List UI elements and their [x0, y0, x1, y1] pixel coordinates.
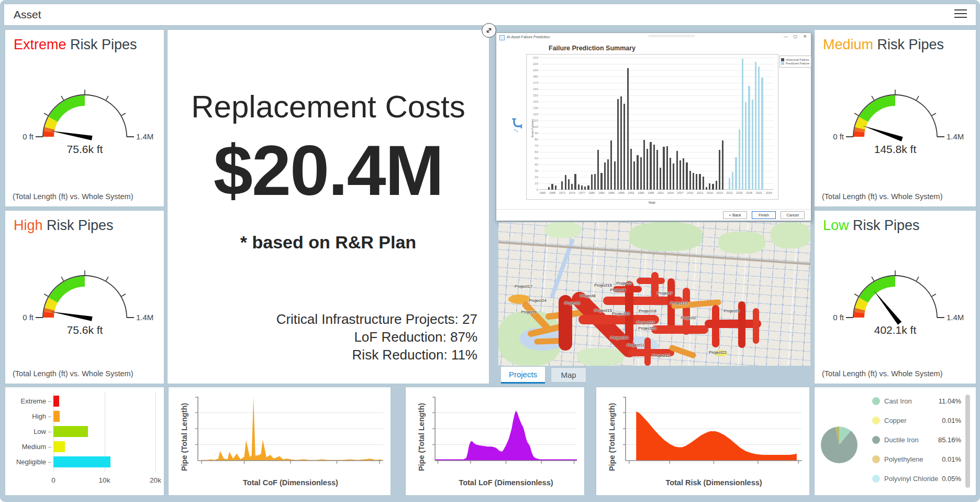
risk-level-word: Low	[823, 217, 849, 233]
high-risk-gauge: 0 ft1.4M ft75.6k ft	[14, 256, 155, 342]
maximize-icon[interactable]: ▢	[794, 34, 798, 39]
replacement-costs-content: Replacement Costs $20.4M * based on R&R …	[168, 30, 489, 253]
drag-handle	[648, 35, 695, 37]
legend-value: 0.01%	[942, 417, 961, 424]
medium-risk-gauge: 0 ft1.4M ft145.8k ft	[825, 75, 966, 161]
replacement-costs-panel: Replacement Costs $20.4M * based on R&R …	[168, 30, 489, 384]
legend-value: 11.04%	[939, 397, 961, 405]
risk-level-word: Extreme	[14, 37, 66, 52]
window-titlebar[interactable]: AI Asset Failure Prediction —▢✕	[496, 33, 811, 41]
stat-risk-reduction: Risk Reduction: 11%	[276, 346, 477, 364]
svg-text:75.6k ft: 75.6k ft	[66, 324, 103, 336]
panel-title-rest: Risk Pipes	[873, 37, 944, 52]
svg-text:0 ft: 0 ft	[833, 132, 844, 141]
cof-ylabel: Pipe (Total Length)	[180, 403, 188, 471]
cof-xlabel: Total CoF (Dimensionless)	[198, 478, 383, 487]
failure-chart-ylabel: Asset Failures	[531, 119, 534, 138]
lof-area-chart	[435, 397, 577, 461]
legend-scrollbar[interactable]	[965, 395, 970, 488]
legend-value: 0.01%	[942, 455, 961, 463]
extreme-risk-panel: Extreme Risk Pipes 0 ft1.4M ft75.6k ft (…	[5, 30, 164, 206]
panel-title-rest: Risk Pipes	[849, 217, 920, 233]
svg-text:1.4M ft: 1.4M ft	[136, 132, 155, 141]
project-labels: Project17Project24Project9Project6Projec…	[498, 222, 810, 366]
failure-chart-xlabel: Year	[526, 201, 777, 204]
window-controls: —▢✕	[778, 34, 807, 39]
legend-label: Cast Iron	[884, 397, 912, 405]
pipe-icon	[510, 117, 525, 135]
legend-label: Polyethylene	[884, 455, 923, 463]
replacement-costs-note: * based on R&R Plan	[168, 232, 489, 253]
svg-text:75.6k ft: 75.6k ft	[66, 143, 103, 155]
stat-lof-reduction: LoF Reduction: 87%	[276, 328, 477, 346]
failure-chart-legend: Historical Failure Predicted Failure	[779, 56, 811, 68]
legend-value: 0.05%	[942, 475, 961, 483]
svg-text:0 ft: 0 ft	[23, 132, 34, 141]
panel-title: Medium Risk Pipes	[815, 30, 976, 53]
finish-button[interactable]: Finish	[752, 211, 776, 219]
extreme-risk-gauge: 0 ft1.4M ft75.6k ft	[14, 75, 155, 161]
project-stats: Critical Infrastructure Projects: 27 LoF…	[276, 310, 477, 364]
app-title: Asset	[14, 8, 41, 21]
legend-label: Ductile Iron	[884, 436, 919, 444]
lof-ylabel: Pipe (Total Length)	[417, 403, 426, 471]
wizard-footer: < Back Finish Cancel	[496, 209, 811, 221]
cancel-button[interactable]: Cancel	[781, 211, 805, 219]
material-pie-panel: Cast Iron11.04% Copper0.01% Ductile Iron…	[815, 387, 976, 495]
panel-title: Low Risk Pipes	[815, 211, 976, 234]
replacement-costs-title: Replacement Costs	[168, 89, 489, 125]
lof-chart-panel: Pipe (Total Length) Total LoF (Dimension…	[406, 387, 584, 495]
legend-label: Historical Failure	[786, 58, 809, 61]
dashboard: Asset Extreme Risk Pipes 0 ft1.4M ft75.6…	[0, 0, 980, 502]
tab-map[interactable]: Map	[551, 367, 586, 383]
ai-failure-prediction-window: AI Asset Failure Prediction —▢✕ Failure …	[496, 32, 811, 221]
low-risk-panel: Low Risk Pipes 0 ft1.4M ft402.1k ft (Tot…	[815, 211, 976, 384]
gauge-footnote: (Total Length (ft) vs. Whole System)	[13, 192, 133, 201]
cast-iron-swatch	[872, 397, 880, 405]
legend-row: Cast Iron11.04%	[872, 395, 961, 407]
svg-text:1.4M ft: 1.4M ft	[946, 132, 966, 141]
panel-title-rest: Risk Pipes	[66, 37, 137, 52]
lof-xlabel: Total LoF (Dimensionless)	[435, 478, 577, 487]
failure-chart-bars: 0102030405060708090100110120130140150160…	[539, 58, 774, 190]
risk-summary-bar-chart-panel: 010k20kExtremeHighLowMediumNegligible	[5, 387, 164, 495]
legend-row: Polyethylene0.01%	[872, 453, 961, 465]
risk-area-chart	[626, 397, 802, 461]
predicted-failure-swatch	[781, 62, 784, 65]
svg-text:1.4M ft: 1.4M ft	[946, 313, 966, 322]
medium-risk-panel: Medium Risk Pipes 0 ft1.4M ft145.8k ft (…	[815, 30, 976, 206]
projects-3d-map[interactable]: Project17Project24Project9Project6Projec…	[498, 222, 810, 366]
svg-text:1.4M ft: 1.4M ft	[136, 313, 155, 322]
gauge-footnote: (Total Length (ft) vs. Whole System)	[13, 369, 133, 378]
ductile-iron-swatch	[872, 436, 880, 444]
polyethylene-swatch	[872, 455, 880, 463]
material-pie-chart	[821, 427, 858, 463]
svg-text:0 ft: 0 ft	[23, 313, 34, 322]
copper-swatch	[872, 417, 880, 424]
low-risk-gauge: 0 ft1.4M ft402.1k ft	[825, 256, 966, 342]
stat-projects: Critical Infrastructure Projects: 27	[276, 310, 477, 328]
svg-text:0 ft: 0 ft	[833, 313, 844, 322]
risk-chart-panel: Pipe (Total Length) Total Risk (Dimensio…	[596, 387, 809, 495]
tab-projects[interactable]: Projects	[501, 367, 545, 384]
app-window-icon	[499, 35, 505, 40]
legend-label: Copper	[884, 417, 907, 424]
back-button[interactable]: < Back	[723, 211, 747, 219]
failure-chart-title: Failure Prediction Summary	[549, 45, 636, 52]
historical-failure-swatch	[781, 58, 784, 61]
expand-element-icon[interactable]	[482, 23, 496, 38]
risk-summary-bar-chart: 010k20kExtremeHighLowMediumNegligible	[5, 387, 164, 495]
panel-title: Extreme Risk Pipes	[5, 30, 164, 53]
minimize-icon[interactable]: —	[784, 34, 788, 39]
high-risk-panel: High Risk Pipes 0 ft1.4M ft75.6k ft (Tot…	[5, 211, 164, 384]
panel-title-rest: Risk Pipes	[43, 217, 114, 233]
cof-chart-panel: Pipe (Total Length) Total CoF (Dimension…	[169, 387, 391, 495]
legend-label: Polyvinyl Chloride	[884, 475, 938, 483]
legend-label: Predicted Failure	[786, 62, 809, 65]
close-icon[interactable]: ✕	[803, 34, 807, 39]
hamburger-menu-icon[interactable]	[954, 9, 967, 20]
failure-chart-plot-area: Asset Failures 0102030405060708090100110…	[526, 54, 778, 200]
risk-level-word: High	[14, 217, 43, 233]
panel-title: High Risk Pipes	[5, 211, 164, 234]
legend-row: Copper0.01%	[872, 414, 961, 427]
